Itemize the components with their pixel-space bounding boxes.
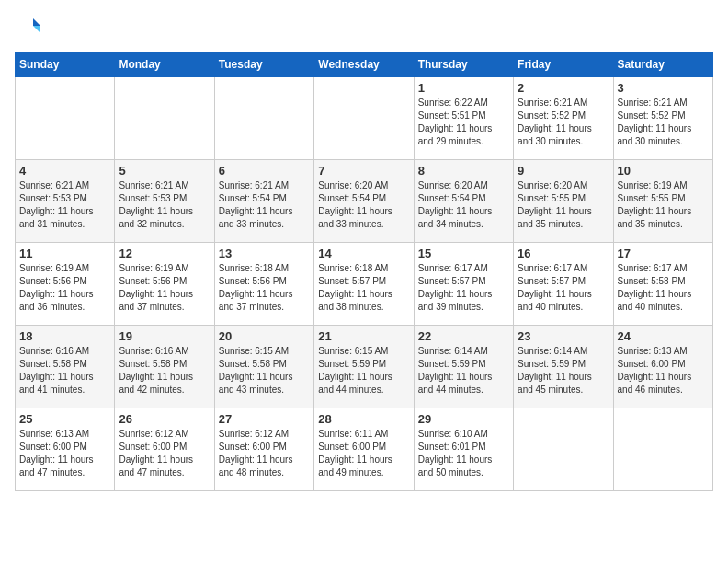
day-info: Sunrise: 6:21 AM Sunset: 5:53 PM Dayligh…	[19, 179, 110, 231]
column-header-tuesday: Tuesday	[214, 52, 313, 77]
calendar-cell	[613, 408, 712, 491]
column-header-wednesday: Wednesday	[314, 52, 414, 77]
day-number: 1	[418, 81, 509, 95]
day-info: Sunrise: 6:14 AM Sunset: 5:59 PM Dayligh…	[418, 345, 509, 396]
week-row-1: 4Sunrise: 6:21 AM Sunset: 5:53 PM Daylig…	[16, 160, 713, 243]
calendar-cell: 25Sunrise: 6:13 AM Sunset: 6:00 PM Dayli…	[16, 408, 115, 491]
day-number: 21	[318, 329, 409, 343]
day-info: Sunrise: 6:20 AM Sunset: 5:54 PM Dayligh…	[318, 179, 409, 231]
calendar-cell: 3Sunrise: 6:21 AM Sunset: 5:52 PM Daylig…	[613, 77, 712, 160]
day-number: 25	[19, 412, 110, 426]
day-info: Sunrise: 6:18 AM Sunset: 5:57 PM Dayligh…	[318, 262, 409, 314]
calendar-cell: 5Sunrise: 6:21 AM Sunset: 5:53 PM Daylig…	[115, 160, 214, 243]
calendar-cell: 8Sunrise: 6:20 AM Sunset: 5:54 PM Daylig…	[414, 160, 513, 243]
calendar-cell	[214, 77, 313, 160]
calendar-cell: 6Sunrise: 6:21 AM Sunset: 5:54 PM Daylig…	[214, 160, 313, 243]
day-number: 27	[219, 412, 310, 426]
svg-marker-1	[33, 26, 40, 33]
day-number: 11	[19, 247, 110, 260]
calendar-cell: 27Sunrise: 6:12 AM Sunset: 6:00 PM Dayli…	[214, 408, 313, 491]
day-info: Sunrise: 6:12 AM Sunset: 6:00 PM Dayligh…	[219, 428, 310, 479]
day-info: Sunrise: 6:16 AM Sunset: 5:58 PM Dayligh…	[119, 345, 210, 396]
column-header-saturday: Saturday	[613, 52, 712, 77]
day-number: 28	[318, 412, 409, 426]
calendar-cell: 23Sunrise: 6:14 AM Sunset: 5:59 PM Dayli…	[514, 326, 613, 408]
day-info: Sunrise: 6:12 AM Sunset: 6:00 PM Dayligh…	[119, 428, 210, 479]
day-number: 4	[19, 164, 110, 178]
day-number: 20	[219, 329, 310, 343]
day-number: 19	[119, 329, 210, 343]
svg-marker-0	[33, 18, 40, 26]
logo-icon	[15, 15, 40, 40]
calendar-cell: 16Sunrise: 6:17 AM Sunset: 5:57 PM Dayli…	[514, 243, 613, 326]
column-header-friday: Friday	[514, 52, 613, 77]
day-number: 14	[318, 247, 409, 260]
calendar-cell: 24Sunrise: 6:13 AM Sunset: 6:00 PM Dayli…	[613, 326, 712, 408]
day-number: 18	[19, 329, 110, 343]
day-info: Sunrise: 6:22 AM Sunset: 5:51 PM Dayligh…	[418, 97, 509, 148]
day-info: Sunrise: 6:19 AM Sunset: 5:55 PM Dayligh…	[618, 179, 709, 231]
page-header	[15, 15, 713, 40]
day-info: Sunrise: 6:13 AM Sunset: 6:00 PM Dayligh…	[618, 345, 709, 396]
day-info: Sunrise: 6:15 AM Sunset: 5:58 PM Dayligh…	[219, 345, 310, 396]
day-number: 2	[518, 81, 609, 95]
day-number: 7	[318, 164, 409, 178]
calendar-cell: 13Sunrise: 6:18 AM Sunset: 5:56 PM Dayli…	[214, 243, 313, 326]
day-number: 5	[119, 164, 210, 178]
day-number: 10	[618, 164, 709, 178]
calendar-cell	[314, 77, 414, 160]
day-info: Sunrise: 6:20 AM Sunset: 5:55 PM Dayligh…	[518, 179, 609, 231]
column-header-sunday: Sunday	[16, 52, 115, 77]
calendar-cell: 11Sunrise: 6:19 AM Sunset: 5:56 PM Dayli…	[16, 243, 115, 326]
calendar-cell: 2Sunrise: 6:21 AM Sunset: 5:52 PM Daylig…	[514, 77, 613, 160]
day-number: 16	[518, 247, 609, 260]
calendar-cell: 20Sunrise: 6:15 AM Sunset: 5:58 PM Dayli…	[214, 326, 313, 408]
day-number: 12	[119, 247, 210, 260]
column-header-thursday: Thursday	[414, 52, 513, 77]
day-number: 13	[219, 247, 310, 260]
day-info: Sunrise: 6:13 AM Sunset: 6:00 PM Dayligh…	[19, 428, 110, 479]
day-number: 8	[418, 164, 509, 178]
calendar-cell	[16, 77, 115, 160]
day-info: Sunrise: 6:10 AM Sunset: 6:01 PM Dayligh…	[418, 428, 509, 479]
calendar-cell: 14Sunrise: 6:18 AM Sunset: 5:57 PM Dayli…	[314, 243, 414, 326]
day-info: Sunrise: 6:11 AM Sunset: 6:00 PM Dayligh…	[318, 428, 409, 479]
calendar-table: SundayMondayTuesdayWednesdayThursdayFrid…	[15, 52, 713, 491]
day-number: 23	[518, 329, 609, 343]
day-info: Sunrise: 6:14 AM Sunset: 5:59 PM Dayligh…	[518, 345, 609, 396]
calendar-cell: 21Sunrise: 6:15 AM Sunset: 5:59 PM Dayli…	[314, 326, 414, 408]
calendar-cell	[115, 77, 214, 160]
calendar-cell: 15Sunrise: 6:17 AM Sunset: 5:57 PM Dayli…	[414, 243, 513, 326]
day-number: 17	[618, 247, 709, 260]
day-number: 24	[618, 329, 709, 343]
day-info: Sunrise: 6:21 AM Sunset: 5:52 PM Dayligh…	[518, 97, 609, 148]
calendar-cell: 22Sunrise: 6:14 AM Sunset: 5:59 PM Dayli…	[414, 326, 513, 408]
day-number: 26	[119, 412, 210, 426]
calendar-cell: 17Sunrise: 6:17 AM Sunset: 5:58 PM Dayli…	[613, 243, 712, 326]
column-header-monday: Monday	[115, 52, 214, 77]
calendar-cell: 10Sunrise: 6:19 AM Sunset: 5:55 PM Dayli…	[613, 160, 712, 243]
day-number: 22	[418, 329, 509, 343]
week-row-2: 11Sunrise: 6:19 AM Sunset: 5:56 PM Dayli…	[16, 243, 713, 326]
day-info: Sunrise: 6:19 AM Sunset: 5:56 PM Dayligh…	[119, 262, 210, 314]
week-row-0: 1Sunrise: 6:22 AM Sunset: 5:51 PM Daylig…	[16, 77, 713, 160]
day-number: 15	[418, 247, 509, 260]
day-info: Sunrise: 6:16 AM Sunset: 5:58 PM Dayligh…	[19, 345, 110, 396]
day-info: Sunrise: 6:17 AM Sunset: 5:57 PM Dayligh…	[418, 262, 509, 314]
calendar-cell: 19Sunrise: 6:16 AM Sunset: 5:58 PM Dayli…	[115, 326, 214, 408]
day-info: Sunrise: 6:21 AM Sunset: 5:53 PM Dayligh…	[119, 179, 210, 231]
day-info: Sunrise: 6:15 AM Sunset: 5:59 PM Dayligh…	[318, 345, 409, 396]
calendar-header-row: SundayMondayTuesdayWednesdayThursdayFrid…	[16, 52, 713, 77]
calendar-cell: 9Sunrise: 6:20 AM Sunset: 5:55 PM Daylig…	[514, 160, 613, 243]
calendar-cell: 18Sunrise: 6:16 AM Sunset: 5:58 PM Dayli…	[16, 326, 115, 408]
calendar-cell: 12Sunrise: 6:19 AM Sunset: 5:56 PM Dayli…	[115, 243, 214, 326]
day-info: Sunrise: 6:17 AM Sunset: 5:58 PM Dayligh…	[618, 262, 709, 314]
day-number: 29	[418, 412, 509, 426]
week-row-4: 25Sunrise: 6:13 AM Sunset: 6:00 PM Dayli…	[16, 408, 713, 491]
calendar-cell: 29Sunrise: 6:10 AM Sunset: 6:01 PM Dayli…	[414, 408, 513, 491]
day-info: Sunrise: 6:21 AM Sunset: 5:52 PM Dayligh…	[618, 97, 709, 148]
calendar-cell: 4Sunrise: 6:21 AM Sunset: 5:53 PM Daylig…	[16, 160, 115, 243]
day-info: Sunrise: 6:18 AM Sunset: 5:56 PM Dayligh…	[219, 262, 310, 314]
calendar-cell	[514, 408, 613, 491]
week-row-3: 18Sunrise: 6:16 AM Sunset: 5:58 PM Dayli…	[16, 326, 713, 408]
